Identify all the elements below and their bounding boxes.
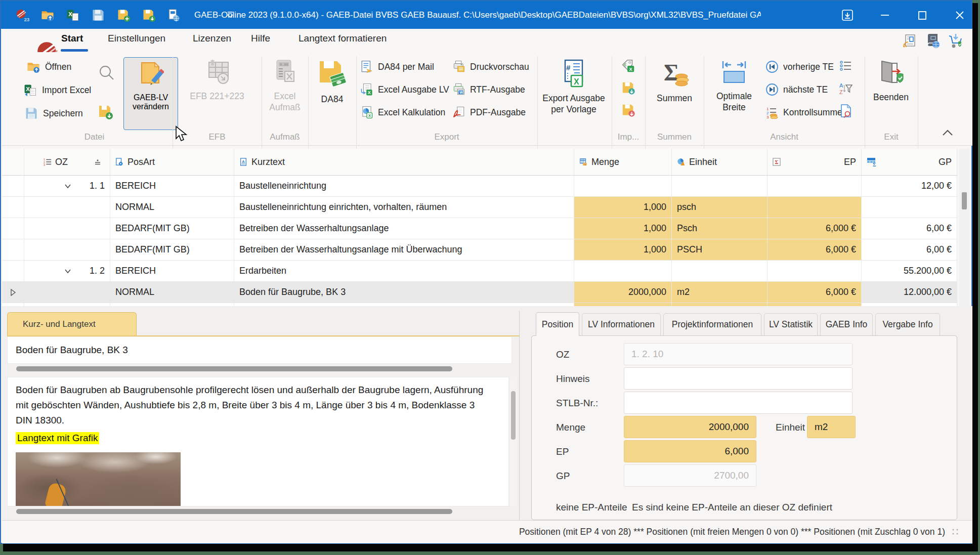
always-on-top-icon[interactable] — [840, 8, 855, 23]
cell-selector[interactable] — [2, 282, 24, 303]
search-icon[interactable] — [98, 64, 115, 81]
scrollbar-thumb[interactable] — [511, 391, 516, 440]
table-row[interactable]: 1. 2 BEREICH Erdarbeiten 55.200,00 € — [2, 261, 957, 282]
scrollbar-thumb[interactable] — [16, 509, 452, 514]
excel-import-icon[interactable]: X — [66, 8, 80, 22]
tab-position[interactable]: Position — [536, 312, 579, 336]
table-vertical-scrollbar[interactable] — [959, 149, 969, 306]
qat-customize-chevron-icon[interactable] — [226, 10, 235, 19]
floppy-import-green-icon[interactable] — [621, 80, 636, 96]
table-row[interactable]: 1. 1 BEREICH Baustelleneinrichtung 12,00… — [2, 176, 957, 197]
header-posart[interactable]: PosArt — [110, 149, 234, 175]
tab-gaeb-info[interactable]: GAEB Info — [820, 313, 873, 336]
menu-tab-langtext-formatieren[interactable]: Langtext formatieren — [299, 33, 387, 44]
header-ep[interactable]: Σ EP — [768, 149, 862, 175]
table-row[interactable]: BEDARF(MIT GB) Betreiben der Wasserhaltu… — [2, 239, 957, 261]
cell-menge[interactable]: 1,000 — [574, 218, 672, 239]
langtext-hscrollbar[interactable] — [7, 508, 512, 515]
open-file-icon[interactable] — [40, 8, 55, 22]
ribbon-collapse-chevron-icon[interactable] — [941, 128, 954, 138]
collapse-chevron-icon[interactable] — [64, 182, 72, 190]
cell-menge[interactable]: 1,000 — [574, 197, 672, 218]
stlb-field[interactable] — [624, 392, 853, 414]
kurztext-box[interactable]: Boden für Baugrube, BK 3 — [7, 336, 512, 364]
menu-tab-lizenzen[interactable]: Lizenzen — [193, 33, 231, 44]
gaeb-lv-veraendern-button[interactable]: GAEB-LV verändern — [123, 57, 178, 130]
kontrollsummen-button[interactable]: 123 Kontrollsummen — [765, 105, 847, 120]
menu-tab-einstellungen[interactable]: Einstellungen — [108, 33, 165, 44]
header-einheit[interactable]: Einheit — [672, 149, 768, 175]
price-tag-excel-icon[interactable]: €X — [621, 58, 636, 73]
resize-grip-icon[interactable] — [951, 528, 959, 536]
cell-selector[interactable] — [2, 239, 24, 261]
cell-ep[interactable] — [768, 197, 862, 218]
cell-selector[interactable] — [2, 218, 24, 239]
save-download-icon[interactable] — [142, 8, 156, 22]
export-ausgabe-per-vorlage-button[interactable]: #X Export Ausgabe per Vorlage — [537, 56, 610, 115]
header-kurztext[interactable]: A Kurztext — [234, 149, 574, 175]
tab-lv-informationen[interactable]: LV Informationen — [582, 313, 661, 336]
export-web-icon[interactable] — [167, 8, 181, 22]
cell-einheit[interactable]: Psch — [672, 218, 768, 239]
import-excel-button[interactable]: X Import Excel — [23, 82, 91, 98]
excel-ausgabe-lv-button[interactable]: X Excel Ausgabe LV — [360, 82, 449, 97]
az-filter-icon[interactable]: AZ — [838, 81, 853, 96]
header-gp[interactable]: Σ GP — [862, 149, 957, 175]
da84-button[interactable]: DA84 — [311, 56, 354, 105]
excel-kalkulation-button[interactable]: X Excel Kalkulation — [360, 105, 445, 120]
cell-menge[interactable]: 1,000 — [574, 239, 672, 261]
naechste-te-button[interactable]: nächste TE — [765, 82, 828, 97]
save-special-icon[interactable] — [116, 8, 131, 22]
tab-lv-statistik[interactable]: LV Statistik — [764, 313, 818, 336]
hinweis-field[interactable] — [624, 367, 853, 390]
optimale-breite-button[interactable]: Optimale Breite — [709, 56, 759, 113]
tab-vergabe-info[interactable]: Vergabe Info — [875, 313, 940, 336]
tab-projektinformationen[interactable]: Projektinformationen — [663, 313, 761, 336]
save-badge-icon[interactable] — [97, 104, 113, 120]
open-button[interactable]: Öffnen — [26, 59, 71, 74]
header-menge[interactable]: Menge — [574, 149, 672, 175]
langtext-box[interactable]: Boden für Baugruben ab Baugrubensohle pr… — [7, 377, 509, 506]
ep-field[interactable]: 6,000 — [624, 440, 756, 462]
summen-button[interactable]: Σ Summen — [647, 56, 702, 104]
header-oz[interactable]: 123 OZ — [24, 149, 110, 175]
menu-tab-hilfe[interactable]: Hilfe — [251, 33, 270, 44]
efb-221-223-button[interactable]: EFB 221+223 — [179, 56, 255, 102]
table-row-selected[interactable]: NORMAL Boden für Baugrube, BK 3 2000,000… — [2, 282, 957, 303]
maximize-button[interactable] — [915, 8, 930, 23]
news-icon[interactable] — [902, 33, 918, 49]
cell-selector[interactable] — [2, 197, 24, 218]
excel-aufmass-button[interactable]: 0.00 Excel Aufmaß — [265, 56, 305, 113]
minimize-button[interactable] — [877, 8, 892, 23]
beenden-button[interactable]: Beenden — [866, 56, 916, 103]
cell-selector[interactable] — [2, 261, 24, 282]
menge-field[interactable]: 2000,000 — [624, 416, 756, 438]
save-button[interactable]: Speichern — [24, 106, 83, 121]
cell-selector[interactable] — [2, 176, 24, 197]
shop-cart-icon[interactable] — [947, 33, 964, 49]
einheit-field[interactable]: m2 — [807, 416, 856, 438]
vorherige-te-button[interactable]: vorherige TE — [765, 59, 834, 74]
close-button[interactable] — [952, 8, 967, 23]
table-row[interactable]: NORMAL Baustelleneinrichtung einrichten,… — [2, 197, 957, 218]
rtf-ausgabe-button[interactable]: W RTF-Ausgabe — [452, 82, 525, 97]
list-options-icon[interactable] — [839, 59, 853, 72]
pdf-ausgabe-button[interactable]: PDF-Ausgabe — [452, 105, 526, 120]
cell-einheit[interactable]: m2 — [672, 282, 768, 303]
cell-einheit[interactable]: psch — [672, 197, 768, 218]
collapse-chevron-icon[interactable] — [64, 267, 72, 275]
cell-einheit[interactable]: PSCH — [672, 239, 768, 261]
cell-ep[interactable]: 6,000 € — [768, 282, 862, 303]
oz-sort-icon[interactable] — [94, 158, 102, 166]
document-search-icon[interactable] — [839, 104, 853, 118]
floppy-import-red-icon[interactable] — [621, 103, 636, 118]
druckvorschau-button[interactable]: Druckvorschau — [452, 59, 529, 74]
menu-tab-start[interactable]: Start — [61, 33, 83, 44]
scrollbar-thumb[interactable] — [16, 366, 452, 371]
kurztext-hscrollbar[interactable] — [7, 366, 512, 372]
tab-kurz-und-langtext[interactable]: Kurz- und Langtext — [7, 312, 137, 336]
save-icon[interactable] — [91, 8, 105, 22]
scrollbar-thumb[interactable] — [962, 192, 967, 209]
langtext-vscrollbar[interactable] — [510, 377, 517, 506]
table-row[interactable]: BEDARF(MIT GB) Betreiben der Wasserhaltu… — [2, 218, 957, 239]
